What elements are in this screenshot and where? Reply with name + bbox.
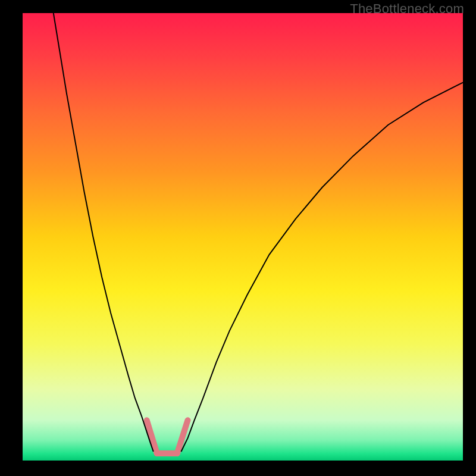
chart-frame: TheBottleneck.com: [0, 0, 476, 476]
bottleneck-chart: [23, 13, 463, 461]
plot-background: [23, 13, 463, 461]
